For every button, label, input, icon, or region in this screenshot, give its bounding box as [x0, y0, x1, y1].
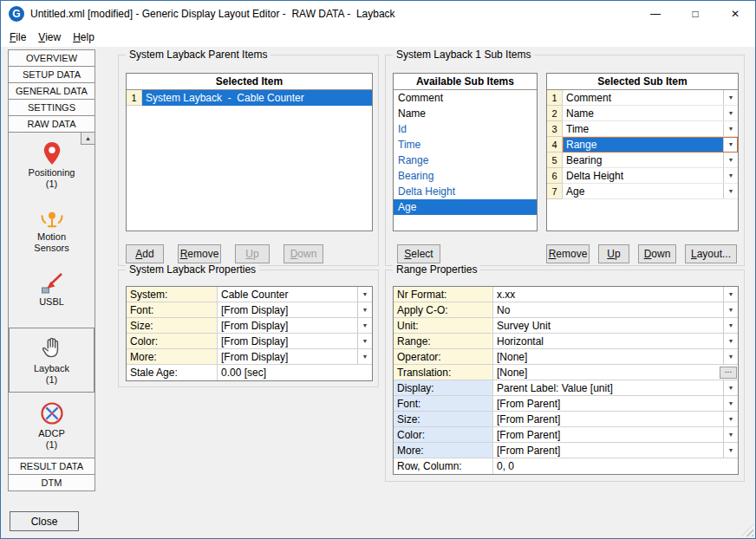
property-value[interactable]: 0.00 [sec] [218, 365, 372, 380]
dropdown-arrow-icon[interactable]: ▼ [723, 153, 738, 167]
available-item-name[interactable]: Name [394, 106, 537, 121]
dropdown-arrow-icon[interactable]: ▼ [723, 121, 738, 136]
available-item-delta-height[interactable]: Delta Height [394, 184, 537, 199]
selected-sub-item-row[interactable]: 7 Age ▼ [547, 184, 738, 199]
down-button[interactable]: Down [638, 244, 676, 263]
dropdown-arrow-icon[interactable]: ▼ [723, 302, 738, 317]
parent-items-table[interactable]: Selected Item 1 System Layback - Cable C… [126, 73, 373, 231]
menu-view[interactable]: View [32, 29, 67, 46]
sub-item-value[interactable]: Range [563, 137, 723, 152]
property-row-nr-format: Nr Format: x.xx ▼ [394, 287, 738, 302]
ellipsis-button[interactable]: ... [720, 367, 737, 379]
available-item-range[interactable]: Range [394, 153, 537, 168]
parent-item-label[interactable]: System Layback - Cable Counter [142, 90, 372, 106]
selected-sub-item-row[interactable]: 5 Bearing ▼ [547, 153, 738, 168]
sidebar-module-motion-sensors[interactable]: Motion Sensors [9, 198, 94, 263]
property-value[interactable]: Parent Label: Value [unit] [493, 380, 723, 395]
dropdown-arrow-icon[interactable]: ▼ [723, 380, 738, 395]
resize-grip[interactable] [741, 524, 753, 536]
dropdown-arrow-icon[interactable]: ▼ [357, 287, 372, 302]
property-value[interactable]: Survey Unit [493, 318, 723, 333]
property-value[interactable]: Cable Counter [218, 287, 357, 302]
selected-sub-item-row[interactable]: 1 Comment ▼ [547, 90, 738, 106]
layout-button[interactable]: Layout... [685, 244, 737, 263]
dropdown-arrow-icon[interactable]: ▼ [723, 90, 738, 105]
property-value[interactable]: x.xx [493, 287, 723, 302]
available-item-age[interactable]: Age [394, 199, 537, 215]
sub-item-value[interactable]: Age [563, 184, 723, 198]
dropdown-arrow-icon[interactable]: ▼ [723, 427, 738, 442]
up-button[interactable]: Up [235, 244, 270, 263]
dropdown-arrow-icon[interactable]: ▼ [357, 302, 372, 317]
add-button[interactable]: Add [126, 244, 164, 263]
available-sub-items-list[interactable]: Available Sub Items Comment Name Id Time… [393, 73, 538, 231]
dropdown-arrow-icon[interactable]: ▼ [357, 318, 372, 333]
property-value[interactable]: [From Display] [218, 334, 357, 348]
property-value[interactable]: No [493, 302, 723, 317]
dropdown-arrow-icon[interactable]: ▼ [723, 287, 738, 302]
dropdown-arrow-icon[interactable]: ▼ [723, 349, 738, 364]
sidebar-module-usbl[interactable]: USBL [9, 263, 94, 328]
available-item-comment[interactable]: Comment [394, 90, 537, 106]
table-row[interactable]: 1 System Layback - Cable Counter [127, 90, 372, 106]
sidebar-item-overview[interactable]: OVERVIEW [8, 49, 95, 67]
property-value[interactable]: [None] [493, 349, 723, 364]
module-label: Positioning [29, 167, 75, 179]
dropdown-arrow-icon[interactable]: ▼ [723, 334, 738, 348]
property-value[interactable]: 0, 0 [493, 458, 738, 474]
sidebar-module-adcp[interactable]: ADCP (1) [9, 393, 94, 458]
selected-sub-item-row[interactable]: 2 Name ▼ [547, 106, 738, 121]
sidebar-module-layback[interactable]: Layback (1) [9, 328, 94, 393]
titlebar[interactable]: G Untitled.xml [modified] - Generic Disp… [1, 1, 755, 27]
dropdown-arrow-icon[interactable]: ▼ [723, 396, 738, 411]
property-value[interactable]: [From Display] [218, 318, 357, 333]
dropdown-arrow-icon[interactable]: ▼ [723, 443, 738, 458]
dropdown-arrow-icon[interactable]: ▼ [723, 137, 738, 152]
dropdown-arrow-icon[interactable]: ▼ [723, 106, 738, 120]
scroll-up-icon[interactable]: ▲ [81, 133, 94, 145]
property-value[interactable]: [From Parent] [493, 412, 723, 426]
available-item-id[interactable]: Id [394, 121, 537, 137]
maximize-icon[interactable]: □ [675, 1, 715, 27]
sub-item-value[interactable]: Delta Height [563, 168, 723, 183]
property-value[interactable]: [None] [493, 365, 720, 380]
property-value[interactable]: [From Display] [218, 302, 357, 317]
minimize-icon[interactable]: — [635, 1, 675, 27]
sub-item-value[interactable]: Time [563, 121, 723, 136]
menu-help[interactable]: Help [67, 29, 101, 46]
sidebar-item-settings[interactable]: SETTINGS [8, 99, 95, 116]
selected-sub-items-table[interactable]: Selected Sub Item 1 Comment ▼ 2 Name ▼ 3… [546, 73, 739, 231]
close-button[interactable]: Close [10, 511, 79, 531]
dropdown-arrow-icon[interactable]: ▼ [357, 349, 372, 364]
property-value[interactable]: [From Parent] [493, 427, 723, 442]
dropdown-arrow-icon[interactable]: ▼ [723, 184, 738, 198]
dropdown-arrow-icon[interactable]: ▼ [723, 412, 738, 426]
sidebar-item-general-data[interactable]: GENERAL DATA [8, 82, 95, 100]
up-button[interactable]: Up [598, 244, 629, 263]
dropdown-arrow-icon[interactable]: ▼ [723, 318, 738, 333]
selected-sub-item-row[interactable]: 6 Delta Height ▼ [547, 168, 738, 184]
dropdown-arrow-icon[interactable]: ▼ [357, 334, 372, 348]
available-item-time[interactable]: Time [394, 137, 537, 153]
selected-sub-item-row[interactable]: 3 Time ▼ [547, 121, 738, 137]
property-value[interactable]: [From Display] [218, 349, 357, 364]
sidebar-item-raw-data[interactable]: RAW DATA [8, 115, 95, 133]
property-value[interactable]: Horizontal [493, 334, 723, 348]
sidebar-item-result-data[interactable]: RESULT DATA [8, 458, 95, 475]
down-button[interactable]: Down [284, 244, 323, 263]
sub-item-value[interactable]: Name [563, 106, 723, 120]
dropdown-arrow-icon[interactable]: ▼ [723, 168, 738, 183]
sub-item-value[interactable]: Bearing [563, 153, 723, 167]
property-value[interactable]: [From Parent] [493, 396, 723, 411]
close-window-icon[interactable]: ✕ [715, 1, 755, 27]
remove-button[interactable]: Remove [546, 244, 590, 263]
menu-file[interactable]: File [3, 29, 32, 46]
sidebar-item-dtm[interactable]: DTM [8, 474, 95, 491]
sidebar-item-setup-data[interactable]: SETUP DATA [8, 66, 95, 83]
selected-sub-item-row[interactable]: 4 Range ▼ [547, 137, 738, 153]
select-button[interactable]: Select [397, 244, 440, 263]
remove-button[interactable]: Remove [178, 244, 221, 263]
property-value[interactable]: [From Parent] [493, 443, 723, 458]
sub-item-value[interactable]: Comment [563, 90, 723, 105]
available-item-bearing[interactable]: Bearing [394, 168, 537, 184]
